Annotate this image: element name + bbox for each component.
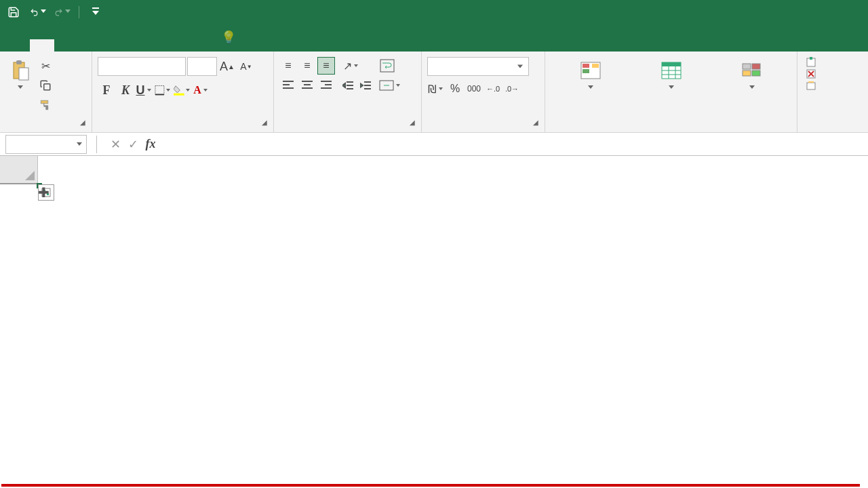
tab-formeln[interactable] xyxy=(103,39,127,52)
number-launcher-icon[interactable]: ◢ xyxy=(531,119,540,128)
quick-access-toolbar xyxy=(0,4,104,20)
tab-datei[interactable] xyxy=(5,39,30,52)
svg-rect-4 xyxy=(19,68,28,80)
decrease-indent-icon[interactable] xyxy=(339,77,357,94)
svg-rect-40 xyxy=(752,64,760,69)
svg-rect-3 xyxy=(16,60,22,64)
font-launcher-icon[interactable]: ◢ xyxy=(260,119,269,128)
group-clipboard-label: ◢ xyxy=(5,117,86,132)
svg-rect-31 xyxy=(583,69,589,73)
cond-label xyxy=(588,84,593,89)
underline-button[interactable]: U xyxy=(136,81,153,99)
paste-icon xyxy=(9,60,31,81)
astable-label xyxy=(669,84,674,89)
tab-einfuegen[interactable] xyxy=(54,39,79,52)
svg-rect-8 xyxy=(174,94,184,96)
cell-styles-button[interactable] xyxy=(737,57,767,92)
grow-font-icon[interactable]: A▲ xyxy=(218,58,236,75)
svg-rect-6 xyxy=(155,85,164,94)
autofill-options-icon[interactable] xyxy=(38,184,54,201)
qat-separator xyxy=(79,6,79,18)
table-icon xyxy=(660,60,682,81)
orientation-icon[interactable]: ↗ xyxy=(339,57,363,75)
align-top-icon[interactable]: ≡ xyxy=(279,57,297,75)
copy-icon[interactable] xyxy=(37,77,54,94)
cells-format-button[interactable] xyxy=(806,80,819,91)
align-bottom-icon[interactable]: ≡ xyxy=(317,57,335,75)
svg-rect-34 xyxy=(662,62,681,66)
save-icon[interactable] xyxy=(5,4,22,20)
redo-icon xyxy=(54,4,71,20)
group-font-label: ◢ xyxy=(98,117,268,132)
align-right-icon[interactable] xyxy=(317,76,335,94)
align-left-icon[interactable] xyxy=(279,76,297,94)
accounting-format-icon[interactable]: ₪ xyxy=(427,80,445,98)
shrink-font-icon[interactable]: A▼ xyxy=(237,58,255,75)
cut-icon[interactable]: ✂ xyxy=(37,57,54,75)
merge-center-icon[interactable] xyxy=(378,77,403,94)
bold-button[interactable]: F xyxy=(98,81,115,99)
group-number: ₪ % 000 ←.0 .0→ ◢ xyxy=(422,52,545,132)
increase-indent-icon[interactable] xyxy=(357,77,374,94)
svg-rect-30 xyxy=(583,64,589,68)
bulb-icon: 💡 xyxy=(221,30,236,45)
increase-decimal-icon[interactable]: ←.0 xyxy=(484,80,502,98)
clipboard-launcher-icon[interactable]: ◢ xyxy=(78,119,87,128)
align-center-icon[interactable] xyxy=(298,76,316,94)
cells-delete-button[interactable] xyxy=(806,68,819,79)
worksheet xyxy=(0,156,868,488)
cell-styles-icon xyxy=(741,60,763,81)
alignment-launcher-icon[interactable]: ◢ xyxy=(408,119,417,128)
tell-me-search[interactable]: 💡 xyxy=(209,24,254,52)
number-format-combo[interactable] xyxy=(427,57,529,76)
format-painter-icon[interactable] xyxy=(37,96,54,114)
tab-ueberpruefen[interactable] xyxy=(152,39,176,52)
group-clipboard: ✂ ◢ xyxy=(0,52,92,132)
paste-label xyxy=(18,84,23,89)
group-cells xyxy=(797,52,868,132)
italic-button[interactable]: K xyxy=(117,81,134,99)
qat-customize-icon[interactable] xyxy=(87,4,104,20)
tab-daten[interactable] xyxy=(127,39,152,52)
cells-insert-button[interactable] xyxy=(806,57,819,68)
fx-icon[interactable]: fx xyxy=(142,136,159,153)
svg-rect-39 xyxy=(743,64,751,69)
group-font: A▲ A▼ F K U A xyxy=(92,52,274,132)
svg-rect-50 xyxy=(43,190,45,192)
tab-start[interactable] xyxy=(30,39,54,52)
conditional-formatting-button[interactable] xyxy=(576,57,606,92)
svg-rect-44 xyxy=(810,57,812,60)
svg-rect-49 xyxy=(42,188,50,197)
decrease-decimal-icon[interactable]: .0→ xyxy=(503,80,521,98)
enter-icon[interactable]: ✓ xyxy=(124,136,142,153)
borders-icon[interactable] xyxy=(155,81,172,99)
tab-ansicht[interactable] xyxy=(176,39,201,52)
font-size-input[interactable] xyxy=(187,57,217,76)
group-styles xyxy=(545,52,797,132)
fbar-sep xyxy=(96,136,97,153)
percent-format-icon[interactable]: % xyxy=(446,80,464,98)
font-name-input[interactable] xyxy=(98,57,186,76)
ribbon: ✂ ◢ xyxy=(0,52,868,133)
group-number-label: ◢ xyxy=(427,117,539,132)
select-all-corner[interactable] xyxy=(0,156,38,184)
title-bar xyxy=(0,0,868,24)
svg-rect-32 xyxy=(592,64,599,68)
tab-seitenlayout[interactable] xyxy=(79,39,103,52)
group-alignment: ≡ ≡ ≡ ↗ xyxy=(274,52,422,132)
ribbon-tabs: 💡 xyxy=(0,24,868,52)
paste-button[interactable] xyxy=(5,57,35,92)
svg-rect-51 xyxy=(47,193,49,195)
cellstyles-label xyxy=(749,84,755,89)
undo-icon[interactable] xyxy=(30,4,46,20)
comma-format-icon[interactable]: 000 xyxy=(465,80,483,98)
format-as-table-button[interactable] xyxy=(656,57,686,92)
wrap-text-icon[interactable] xyxy=(378,57,396,75)
fill-color-icon[interactable] xyxy=(174,81,191,99)
cancel-icon[interactable]: ✕ xyxy=(106,136,124,153)
conditional-formatting-icon xyxy=(580,60,601,81)
align-middle-icon[interactable]: ≡ xyxy=(298,57,316,75)
name-box[interactable] xyxy=(5,135,87,154)
svg-marker-1 xyxy=(92,11,99,15)
font-color-icon[interactable]: A xyxy=(193,81,210,99)
